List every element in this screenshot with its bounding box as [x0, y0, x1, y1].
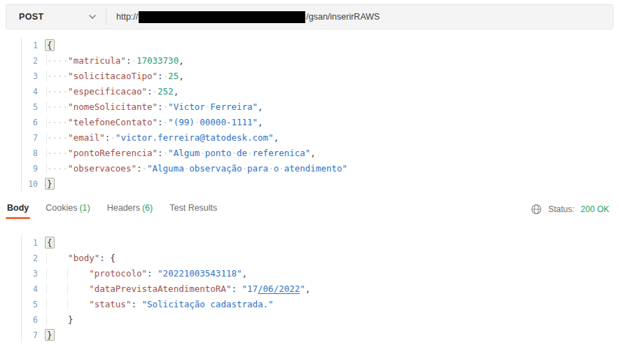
url-input[interactable]: http:///gsan/inserirRAWS [106, 5, 613, 29]
code-line: 8····"pontoReferencia":·"Algum·ponto·de·… [22, 146, 613, 161]
line-number: 4 [22, 84, 47, 99]
code-line: 3 "protocolo": "20221003543118", [22, 266, 613, 281]
code-line: 9····"observacoes":·"Alguma·observação·p… [22, 161, 613, 176]
line-number: 1 [22, 235, 47, 251]
tab-headers[interactable]: Headers(6) [107, 203, 153, 219]
code-line: 4 "dataPrevistaAtendimentoRA": "17/06/20… [22, 281, 613, 297]
line-number: 9 [22, 161, 47, 176]
code-line: 10} [22, 176, 613, 192]
method-label: POST [19, 12, 44, 22]
chevron-down-icon [89, 15, 96, 19]
active-tab-underline [6, 217, 30, 219]
line-number: 5 [22, 99, 47, 115]
line-number: 4 [22, 281, 47, 297]
globe-icon[interactable] [531, 204, 542, 215]
code-line: 6 } [22, 312, 613, 328]
code-line: 7} [22, 328, 613, 343]
code-line: 5····"nomeSolicitante":·"Victor·Ferreira… [22, 99, 613, 115]
method-dropdown[interactable]: POST [6, 5, 106, 29]
url-prefix: http:// [116, 12, 138, 22]
code-line: 1{ [22, 38, 613, 53]
tab-cookies[interactable]: Cookies(1) [46, 203, 90, 219]
cookies-count-badge: (1) [79, 203, 90, 213]
request-body-editor[interactable]: 1{2····"matricula":·17033730,3····"solic… [21, 38, 613, 192]
code-line: 2····"matricula":·17033730, [22, 53, 613, 69]
code-line: 3····"solicitacaoTipo":·25, [22, 69, 613, 84]
line-number: 1 [22, 38, 47, 53]
line-number: 2 [22, 251, 47, 266]
response-body-viewer: 1{2 "body": {3 "protocolo": "20221003543… [21, 235, 613, 343]
line-number: 3 [22, 69, 47, 84]
line-number: 3 [22, 266, 47, 281]
line-number: 5 [22, 297, 47, 312]
line-number: 10 [22, 176, 47, 192]
line-number: 7 [22, 130, 47, 146]
code-line: 7····"email":·"victor.ferreira@tatodesk.… [22, 130, 613, 146]
response-status-area: Status: 200 OK [531, 203, 609, 215]
url-path: /gsan/inserirRAWS [306, 12, 380, 22]
line-number: 7 [22, 328, 47, 343]
headers-count-badge: (6) [142, 203, 153, 213]
code-line: 2 "body": { [22, 251, 613, 266]
line-number: 2 [22, 53, 47, 69]
status-label: Status: [548, 204, 574, 214]
tab-body[interactable]: Body [7, 203, 29, 219]
request-url-bar: POST http:///gsan/inserirRAWS [6, 4, 613, 29]
tab-test-results[interactable]: Test Results [169, 203, 217, 219]
line-number: 8 [22, 146, 47, 161]
code-line: 4····"especificacao":·252, [22, 84, 613, 99]
url-redaction [139, 11, 305, 23]
code-line: 6····"telefoneContato":·"(99)·00000-1111… [22, 115, 613, 130]
line-number: 6 [22, 115, 47, 130]
code-line: 5 "status": "Solicitação cadastrada." [22, 297, 613, 312]
response-meta-bar: Body Cookies(1) Headers(6) Test Results … [7, 203, 609, 223]
status-badge: 200 OK [580, 204, 609, 214]
code-line: 1{ [22, 235, 613, 251]
line-number: 6 [22, 312, 47, 328]
